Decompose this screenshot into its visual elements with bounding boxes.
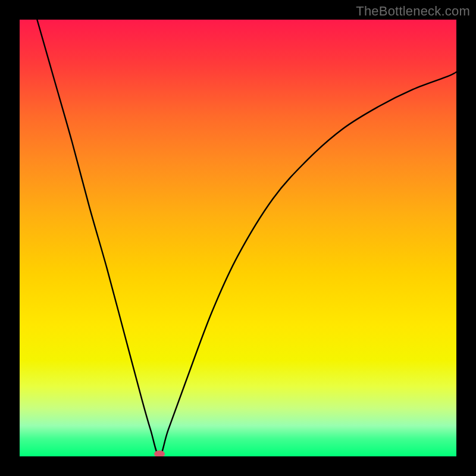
bottleneck-curve xyxy=(37,20,456,456)
chart-frame: TheBottleneck.com xyxy=(0,0,476,476)
curve-svg xyxy=(20,20,456,456)
minimum-marker xyxy=(154,450,165,456)
watermark-text: TheBottleneck.com xyxy=(356,4,470,19)
plot-area xyxy=(20,20,456,456)
